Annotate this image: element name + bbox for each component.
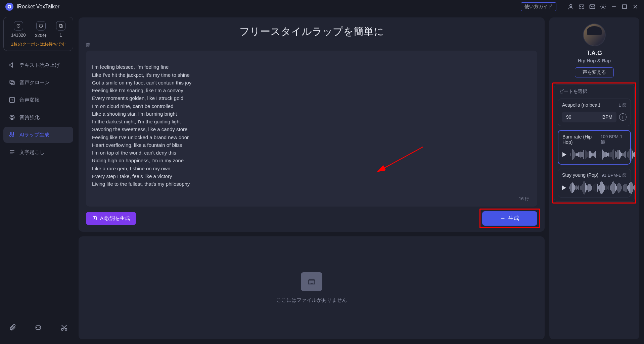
line-count: 16 行 xyxy=(519,195,529,202)
credits-value: 141320 xyxy=(11,33,26,38)
sidebar-item-clone[interactable]: 音声クローン xyxy=(3,74,73,91)
sidebar-item-label: 音質強化 xyxy=(19,114,40,121)
close-icon[interactable] xyxy=(632,3,639,10)
beat-meta: 1 節 xyxy=(618,102,627,108)
bpm-input[interactable]: 90 BPM xyxy=(562,112,616,122)
sheets-value: 1 xyxy=(59,33,62,38)
user-icon[interactable] xyxy=(567,3,574,10)
mail-icon[interactable] xyxy=(589,3,596,10)
panel-title: フリースタイルラップを簡単に xyxy=(239,25,384,39)
beat-meta: 91 BPM-1 節 xyxy=(602,172,627,178)
beat-section: ビートを選択 Acapella (no beat) 1 節 90 BPM i xyxy=(554,84,635,202)
beat-name: Burn rate (Hip Hop) xyxy=(562,134,601,145)
divider xyxy=(562,3,562,10)
svg-point-16 xyxy=(11,116,13,119)
usage-guide-button[interactable]: 使い方ガイド xyxy=(521,2,556,11)
beat-meta: 109 BPM-1 節 xyxy=(601,134,626,145)
beat-name: Stay young (Pop) xyxy=(562,172,598,178)
sidebar-item-label: テキスト読み上げ xyxy=(19,62,60,68)
credits-icon xyxy=(14,21,23,31)
info-icon[interactable]: i xyxy=(619,113,627,121)
lyrics-textarea[interactable]: I'm feeling blessed, I'm feeling fine Li… xyxy=(86,51,537,207)
sidebar-item-transcribe[interactable]: 文字起こし xyxy=(3,144,73,160)
sidebar-item-label: 音声クローン xyxy=(19,79,50,86)
artist-avatar xyxy=(583,23,606,46)
lyrics-editor-panel: フリースタイルラップを簡単に 節 I'm feeling blessed, I'… xyxy=(79,17,545,232)
loop-icon[interactable] xyxy=(35,324,42,331)
beat-name: Acapella (no beat) xyxy=(562,102,600,108)
discord-icon[interactable] xyxy=(578,3,585,10)
play-icon[interactable] xyxy=(562,185,566,190)
ai-lyrics-button[interactable]: AI歌詞を生成 xyxy=(86,212,136,225)
sidebar-bottom-tools xyxy=(3,314,73,341)
ai-icon xyxy=(92,216,97,221)
beat-section-title: ビートを選択 xyxy=(558,89,631,95)
sidebar-item-rap[interactable]: AIラップ生成 xyxy=(3,127,73,143)
generate-label: 生成 xyxy=(508,215,519,222)
change-voice-button[interactable]: 声を変える xyxy=(575,67,614,77)
app-logo-icon xyxy=(5,3,13,11)
arrow-right-icon: → xyxy=(500,215,506,221)
waveform[interactable] xyxy=(569,182,635,194)
sidebar-item-convert[interactable]: 音声変換 xyxy=(3,92,73,108)
minutes-icon xyxy=(36,21,46,31)
svg-rect-6 xyxy=(623,5,627,9)
sidebar-item-label: AIラップ生成 xyxy=(19,132,49,138)
svg-rect-14 xyxy=(11,81,14,85)
attach-icon[interactable] xyxy=(9,324,16,331)
enhance-icon xyxy=(9,114,15,121)
rap-icon xyxy=(9,131,15,138)
play-icon[interactable] xyxy=(562,152,566,157)
beat-card-acapella[interactable]: Acapella (no beat) 1 節 90 BPM i xyxy=(558,99,631,126)
bpm-value: 90 xyxy=(566,114,571,120)
maximize-icon[interactable] xyxy=(621,3,628,10)
artist-genre: Hip Hop & Rap xyxy=(578,58,611,63)
convert-icon xyxy=(9,97,15,103)
artist-name: T.A.G xyxy=(587,50,602,57)
beat-card-stayyoung[interactable]: Stay young (Pop) 91 BPM-1 節 xyxy=(558,169,631,197)
sidebar-item-enhance[interactable]: 音質強化 xyxy=(3,109,73,125)
empty-file-icon xyxy=(301,272,322,291)
sidebar-item-label: 音声変換 xyxy=(19,97,40,103)
speak-icon xyxy=(9,62,15,68)
svg-rect-13 xyxy=(10,80,13,83)
voice-panel: T.A.G Hip Hop & Rap 声を変える ビートを選択 Acapell… xyxy=(549,17,639,339)
settings-icon[interactable] xyxy=(600,3,606,10)
sidebar-item-label: 文字起こし xyxy=(19,149,45,156)
empty-message: ここにはファイルがありません xyxy=(276,297,347,303)
beat-card-burnrate[interactable]: Burn rate (Hip Hop) 109 BPM-1 節 xyxy=(558,130,631,165)
sidebar-nav: テキスト読み上げ 音声クローン 音声変換 音質強化 AIラップ生成 文字起こし xyxy=(3,57,73,160)
lyrics-text: I'm feeling blessed, I'm feeling fine Li… xyxy=(92,64,191,187)
coupon-notice: 1枚のクーポンはお持ちです xyxy=(11,41,65,47)
svg-point-2 xyxy=(570,4,572,7)
app-title: iRocket VoxTalker xyxy=(17,4,59,10)
cut-icon[interactable] xyxy=(60,324,68,331)
titlebar: iRocket VoxTalker 使い方ガイド xyxy=(0,0,644,13)
clone-icon xyxy=(9,79,15,86)
waveform[interactable] xyxy=(570,149,635,161)
output-empty-panel: ここにはファイルがありません xyxy=(79,236,545,340)
generate-button[interactable]: → 生成 xyxy=(482,211,537,226)
minutes-value: 320分 xyxy=(35,33,47,39)
sidebar: 141320 320分 1 1枚のクーポンはお持ちです テキスト読み上げ xyxy=(0,13,77,344)
verse-label: 節 xyxy=(86,42,537,48)
sheets-icon xyxy=(56,21,65,31)
bpm-label: BPM xyxy=(602,114,612,120)
sidebar-item-tts[interactable]: テキスト読み上げ xyxy=(3,57,73,73)
transcribe-icon xyxy=(9,149,15,156)
svg-point-17 xyxy=(10,115,14,119)
minimize-icon[interactable] xyxy=(610,3,617,10)
ai-lyrics-label: AI歌詞を生成 xyxy=(100,215,130,222)
svg-point-4 xyxy=(602,6,604,8)
account-stats: 141320 320分 1 1枚のクーポンはお持ちです xyxy=(3,17,73,51)
svg-point-1 xyxy=(8,6,10,7)
